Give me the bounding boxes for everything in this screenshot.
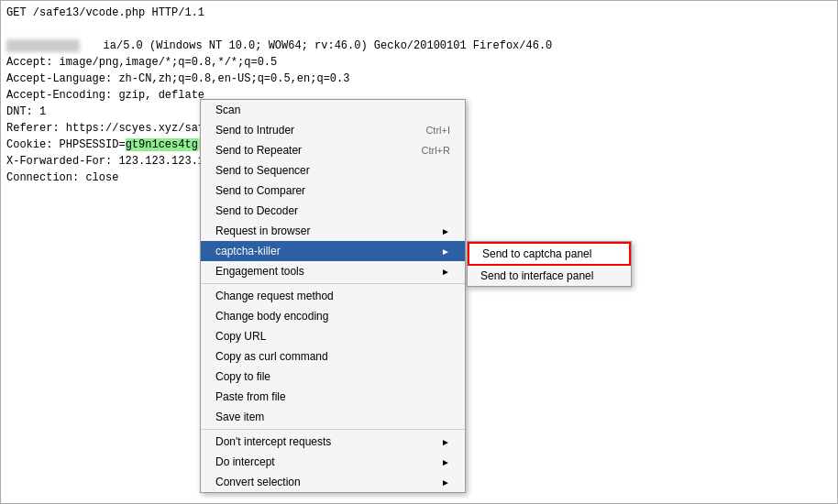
menu-item-label: Don't intercept requests: [215, 435, 331, 448]
menu-item-change-request-method[interactable]: Change request method: [201, 286, 465, 306]
menu-item-convert-selection[interactable]: Convert selection ►: [201, 472, 465, 492]
menu-item-label: Copy as curl command: [215, 350, 328, 363]
menu-item-label: captcha-killer: [215, 245, 281, 257]
submenu-item-send-captcha-panel[interactable]: Send to captcha panel: [468, 242, 631, 266]
menu-item-label: Paste from file: [215, 390, 286, 403]
submenu-arrow-icon: ►: [441, 247, 450, 257]
menu-item-change-body-encoding[interactable]: Change body encoding: [201, 306, 465, 326]
menu-item-paste-from-file[interactable]: Paste from file: [201, 387, 465, 407]
menu-item-send-comparer[interactable]: Send to Comparer: [201, 181, 465, 201]
menu-item-copy-curl[interactable]: Copy as curl command: [201, 346, 465, 367]
menu-item-label: Engagement tools: [215, 265, 304, 278]
menu-item-captcha-killer[interactable]: captcha-killer ► Send to captcha panel S…: [201, 241, 465, 261]
menu-item-label: Copy to file: [215, 370, 270, 383]
submenu-item-label: Send to captcha panel: [482, 247, 591, 260]
menu-item-copy-to-file[interactable]: Copy to file: [201, 367, 465, 387]
menu-item-copy-url[interactable]: Copy URL: [201, 326, 465, 346]
menu-item-send-sequencer[interactable]: Send to Sequencer: [201, 160, 465, 181]
menu-item-label: Copy URL: [215, 330, 266, 343]
editor-line: Accept: image/png,image/*;q=0.8,*/*;q=0.…: [6, 54, 832, 71]
menu-item-scan[interactable]: Scan: [201, 100, 465, 120]
submenu-arrow-icon: ►: [441, 457, 450, 467]
menu-item-label: Send to Decoder: [215, 204, 298, 217]
menu-item-label: Request in browser: [215, 225, 310, 237]
submenu-arrow-icon: ►: [441, 226, 450, 236]
shortcut-label: Ctrl+R: [422, 145, 450, 156]
menu-item-save-item[interactable]: Save item: [201, 407, 465, 427]
menu-item-label: Scan: [215, 104, 240, 116]
menu-divider: [201, 429, 465, 430]
menu-item-label: Change body encoding: [215, 310, 328, 323]
menu-item-label: Save item: [215, 411, 264, 423]
menu-item-label: Change request method: [215, 290, 334, 302]
menu-item-send-decoder[interactable]: Send to Decoder: [201, 201, 465, 221]
menu-item-send-intruder[interactable]: Send to Intruder Ctrl+I: [201, 120, 465, 140]
submenu-item-send-interface-panel[interactable]: Send to interface panel: [468, 266, 631, 286]
shortcut-label: Ctrl+I: [425, 125, 450, 136]
context-menu: Scan Send to Intruder Ctrl+I Send to Rep…: [200, 99, 466, 493]
menu-item-label: Convert selection: [215, 476, 301, 488]
menu-item-engagement-tools[interactable]: Engagement tools ►: [201, 261, 465, 281]
menu-item-label: Send to Sequencer: [215, 164, 310, 177]
menu-item-label: Send to Intruder: [215, 124, 294, 137]
editor-line: [6, 21, 832, 38]
cookie-value: gt9n1ces4tg: [126, 138, 198, 151]
editor-line: GET /safe13/vcode.php HTTP/1.1: [6, 5, 832, 21]
submenu-arrow-icon: ►: [441, 437, 450, 447]
submenu-item-label: Send to interface panel: [480, 269, 593, 282]
menu-divider: [201, 283, 465, 284]
editor-line: Accept-Language: zh-CN,zh;q=0.8,en-US;q=…: [6, 71, 832, 87]
menu-item-label: Send to Comparer: [215, 184, 305, 197]
menu-item-label: Do intercept: [215, 455, 275, 468]
menu-item-label: Send to Repeater: [215, 144, 302, 157]
menu-item-request-browser[interactable]: Request in browser ►: [201, 221, 465, 241]
editor-line: ia/5.0 (Windows NT 10.0; WOW64; rv:46.0)…: [6, 38, 832, 54]
menu-item-dont-intercept[interactable]: Don't intercept requests ►: [201, 432, 465, 452]
submenu-arrow-icon: ►: [441, 267, 450, 277]
captcha-killer-submenu: Send to captcha panel Send to interface …: [467, 241, 632, 287]
menu-item-do-intercept[interactable]: Do intercept ►: [201, 452, 465, 472]
menu-item-send-repeater[interactable]: Send to Repeater Ctrl+R: [201, 140, 465, 160]
submenu-arrow-icon: ►: [441, 477, 450, 488]
